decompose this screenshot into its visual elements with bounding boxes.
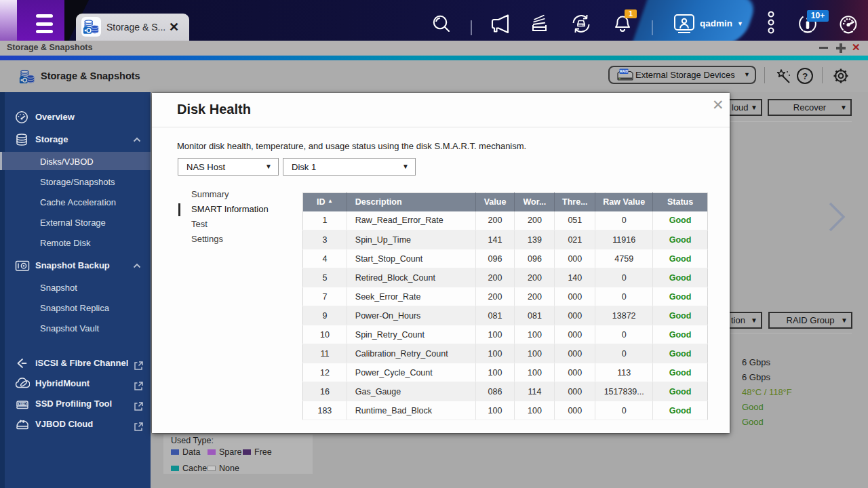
svg-text:RAID: RAID xyxy=(620,69,629,73)
svg-text:?: ? xyxy=(802,71,808,81)
svg-text:SSD: SSD xyxy=(20,403,25,405)
